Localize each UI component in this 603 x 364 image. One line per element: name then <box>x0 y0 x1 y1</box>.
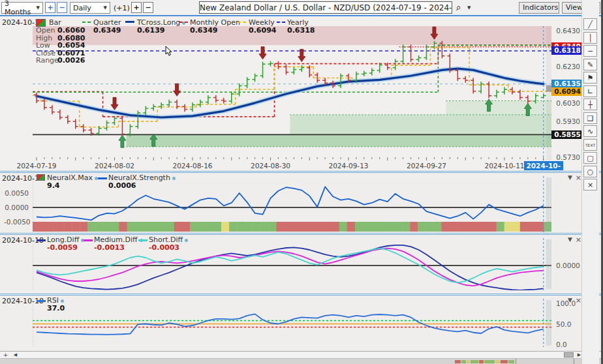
rsi-panel: 2024-10-18RSI37.0 100.050.00.0▼× <box>0 296 601 351</box>
price-tick-label: 0.6430 <box>554 27 580 35</box>
neuralx-ytick: 0.0000 <box>4 204 29 211</box>
neuralx-strip <box>33 222 551 232</box>
weekly-swatch <box>238 22 246 23</box>
ellipse-tool[interactable]: ○ <box>583 166 597 177</box>
info-dot-icon[interactable] <box>182 22 185 25</box>
callout-tool[interactable]: ❑ <box>583 112 597 124</box>
quarter-swatch <box>82 22 91 23</box>
scrollbar-thumb[interactable] <box>564 352 574 357</box>
interval-select-value: Daily <box>73 4 91 12</box>
delete-tool[interactable]: × <box>583 179 597 190</box>
text-tool[interactable]: TEXT <box>583 139 597 151</box>
flag-tool[interactable]: ⚑ <box>583 72 597 83</box>
horizontal-scrollbar[interactable]: + ◀ ▶ + <box>0 351 601 358</box>
symbol-title[interactable]: New Zealand Dollar / U.S. Dollar - NZD/U… <box>199 1 452 14</box>
elbow-line-tool[interactable]: ∟ <box>583 85 597 97</box>
neuralx-strength-swatch <box>98 177 107 179</box>
date-axis[interactable]: 2024-07-192024-08-022024-08-162024-08-30… <box>0 160 584 171</box>
diff-ytick: 0.0000 <box>556 262 580 269</box>
rectangle-tool[interactable]: ▢ <box>583 152 597 164</box>
tcross-long-swatch <box>125 21 134 23</box>
bar-plus-button[interactable]: + <box>131 2 142 13</box>
minimap-segment <box>508 360 514 363</box>
panel-collapse-button[interactable]: ▼ <box>568 297 572 303</box>
trading-app-window: 3 Months ▼ + − Daily ▼ (+1) + − New Zeal… <box>0 0 603 364</box>
search-caret-icon[interactable]: ▼ <box>467 5 471 10</box>
wave-tool[interactable]: ∿ <box>583 125 597 137</box>
rsi-ytick: 0.0 <box>556 341 567 348</box>
panel-legend-value: -0.0059 <box>47 243 78 252</box>
indicators-button-label: Indicators <box>523 3 558 12</box>
panel-close-button[interactable]: × <box>576 235 581 244</box>
vertical-line-tool[interactable]: │ <box>583 32 597 44</box>
neuralx-panel: 2024-10-18NeuralX.Max9.4NeuralX.Strength… <box>0 173 601 233</box>
horizontal-line-tool[interactable]: ─ <box>583 45 597 57</box>
price-chart-svg <box>33 26 551 160</box>
minimap-segment <box>501 360 508 363</box>
panel-close-button[interactable]: × <box>576 174 581 182</box>
range-zoom-in-button[interactable]: + <box>45 2 55 13</box>
date-tick-label: 2024-08-30 <box>248 162 294 170</box>
date-tick-label: 2024-09-13 <box>326 162 371 170</box>
date-tick-label: 2024-07-19 <box>14 162 59 170</box>
price-badge: 0.5855 <box>551 130 583 139</box>
date-tick-label: 2024-10-11 <box>482 162 527 170</box>
price-panel: 0.64300.62300.60300.59300.57300.63400.63… <box>0 16 601 171</box>
minimap-separator <box>516 359 516 364</box>
info-dot-icon[interactable] <box>185 239 188 242</box>
search-icon[interactable]: ⌕ <box>456 2 461 13</box>
mouse-cursor <box>165 46 173 57</box>
scroll-left-arrow[interactable]: ◀ <box>12 352 19 358</box>
diff-panel: 2024-10-18Long.Diff-0.0059Medium.Diff-0.… <box>0 235 601 294</box>
minimap-strip[interactable] <box>0 358 601 364</box>
panel-collapse-button[interactable]: ▼ <box>568 174 572 181</box>
pencil-tool[interactable]: ✎ <box>583 59 597 70</box>
diagonal-line-tool[interactable]: ╱ <box>583 18 597 30</box>
date-tick-label: 2024-09-27 <box>404 162 450 170</box>
sell-arrow-icon <box>259 47 266 59</box>
minimap-segment <box>484 360 495 363</box>
date-tick-label: 2024-08-16 <box>170 162 215 170</box>
info-dot-icon[interactable] <box>61 299 64 303</box>
plus-one-label: (+1) <box>114 4 130 12</box>
price-badge: 0.6318 <box>551 46 583 55</box>
neuralx-max-swatch <box>37 174 45 181</box>
neuralx-ytick: 0.0050 <box>4 189 29 197</box>
minimap-segment <box>461 360 466 363</box>
minimap-segment <box>455 360 461 363</box>
scroll-zoom-left-button[interactable]: + <box>2 352 9 358</box>
neuralx-ytick: -0.0050 <box>4 218 29 226</box>
short-diff-swatch <box>138 239 147 241</box>
range-select[interactable]: 3 Months ▼ <box>1 2 43 14</box>
interval-select[interactable]: Daily ▼ <box>70 2 110 14</box>
main-price-chart[interactable] <box>33 26 551 160</box>
indicators-button[interactable]: Indicators ▼ <box>519 2 559 14</box>
medium-diff-swatch <box>84 239 93 241</box>
price-tick-label: 0.5930 <box>554 117 580 125</box>
price-axis[interactable]: 0.64300.62300.60300.59300.57300.63400.63… <box>551 16 584 171</box>
rsi-legend: 2024-10-18RSI37.0 <box>0 296 584 312</box>
rsi-ytick: 100.0 <box>556 299 576 307</box>
long-diff-swatch <box>37 239 46 241</box>
panel-legend-value: -0.0013 <box>94 243 125 252</box>
minimap-segment <box>471 360 478 363</box>
price-tick-label: 0.6030 <box>554 99 580 107</box>
panel-legend-value: 37.0 <box>47 304 65 312</box>
crosshair-tool[interactable]: ┼ <box>583 99 597 110</box>
date-tick-label: 2024-08-02 <box>92 162 138 170</box>
price-badge: 0.6094 <box>551 87 583 96</box>
bar-minus-button[interactable]: − <box>143 2 153 13</box>
rsi-ytick: 50.0 <box>556 320 571 328</box>
panel-collapse-button[interactable]: ▼ <box>568 236 572 243</box>
chevron-down-icon: ▼ <box>37 5 40 10</box>
rsi-swatch <box>37 300 46 302</box>
range-zoom-out-button[interactable]: − <box>57 2 67 13</box>
diff-legend: 2024-10-18Long.Diff-0.0059Medium.Diff-0.… <box>0 235 584 252</box>
panel-close-button[interactable]: × <box>576 296 581 305</box>
sell-arrow-icon <box>111 97 118 110</box>
minimap-segment <box>495 360 500 363</box>
drawing-toolbar: ╱│─✎⚑∟┼❑∿TEXT▢○× <box>581 0 599 364</box>
info-dot-icon[interactable] <box>172 177 176 180</box>
panel-legend-value: 0.0006 <box>108 181 136 190</box>
minimap-segment <box>479 360 484 363</box>
